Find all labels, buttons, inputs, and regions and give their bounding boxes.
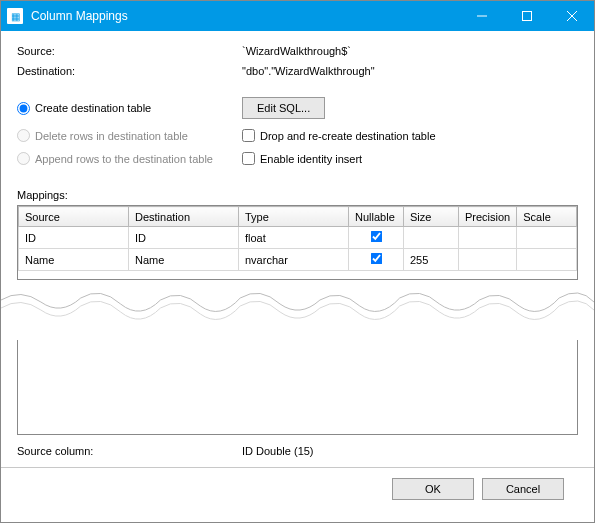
source-label: Source: bbox=[17, 45, 242, 57]
source-column-value: ID Double (15) bbox=[242, 445, 314, 457]
cell-scale[interactable] bbox=[517, 249, 577, 271]
edit-sql-button[interactable]: Edit SQL... bbox=[242, 97, 325, 119]
cell-destination[interactable]: Name bbox=[129, 249, 239, 271]
col-size[interactable]: Size bbox=[404, 207, 459, 227]
cell-source[interactable]: ID bbox=[19, 227, 129, 249]
window-title: Column Mappings bbox=[31, 9, 459, 23]
delete-rows-radio: Delete rows in destination table bbox=[17, 129, 242, 142]
cell-size[interactable] bbox=[404, 227, 459, 249]
cell-type[interactable]: nvarchar bbox=[239, 249, 349, 271]
identity-insert-checkbox[interactable]: Enable identity insert bbox=[242, 152, 362, 165]
cell-size[interactable]: 255 bbox=[404, 249, 459, 271]
lower-panel bbox=[17, 334, 578, 435]
col-nullable[interactable]: Nullable bbox=[349, 207, 404, 227]
mappings-label: Mappings: bbox=[17, 189, 578, 201]
create-table-radio-input[interactable] bbox=[17, 102, 30, 115]
cancel-button[interactable]: Cancel bbox=[482, 478, 564, 500]
svg-rect-1 bbox=[522, 12, 531, 21]
close-button[interactable] bbox=[549, 1, 594, 31]
nullable-checkbox[interactable] bbox=[370, 231, 382, 243]
append-rows-radio: Append rows to the destination table bbox=[17, 152, 242, 165]
col-scale[interactable]: Scale bbox=[517, 207, 577, 227]
delete-rows-radio-input bbox=[17, 129, 30, 142]
titlebar: ▦ Column Mappings bbox=[1, 1, 594, 31]
col-source[interactable]: Source bbox=[19, 207, 129, 227]
source-column-label: Source column: bbox=[17, 445, 242, 457]
maximize-button[interactable] bbox=[504, 1, 549, 31]
app-icon: ▦ bbox=[7, 8, 23, 24]
mappings-grid[interactable]: Source Destination Type Nullable Size Pr… bbox=[17, 205, 578, 280]
destination-label: Destination: bbox=[17, 65, 242, 77]
ok-button[interactable]: OK bbox=[392, 478, 474, 500]
content-area: Source: `WizardWalkthrough$` Destination… bbox=[1, 31, 594, 522]
cell-type[interactable]: float bbox=[239, 227, 349, 249]
minimize-button[interactable] bbox=[459, 1, 504, 31]
cell-precision[interactable] bbox=[459, 249, 517, 271]
drop-recreate-checkbox[interactable]: Drop and re-create destination table bbox=[242, 129, 436, 142]
source-value: `WizardWalkthrough$` bbox=[242, 45, 578, 57]
table-row[interactable]: IDIDfloat bbox=[19, 227, 577, 249]
col-type[interactable]: Type bbox=[239, 207, 349, 227]
torn-edge-decoration bbox=[1, 280, 594, 340]
nullable-checkbox[interactable] bbox=[370, 253, 382, 265]
identity-insert-checkbox-input[interactable] bbox=[242, 152, 255, 165]
dialog-window: ▦ Column Mappings Source: `WizardWalkthr… bbox=[0, 0, 595, 523]
cell-scale[interactable] bbox=[517, 227, 577, 249]
cell-destination[interactable]: ID bbox=[129, 227, 239, 249]
cell-nullable[interactable] bbox=[349, 227, 404, 249]
cell-nullable[interactable] bbox=[349, 249, 404, 271]
col-destination[interactable]: Destination bbox=[129, 207, 239, 227]
table-row[interactable]: NameNamenvarchar255 bbox=[19, 249, 577, 271]
destination-value: "dbo"."WizardWalkthrough" bbox=[242, 65, 578, 77]
col-precision[interactable]: Precision bbox=[459, 207, 517, 227]
drop-recreate-checkbox-input[interactable] bbox=[242, 129, 255, 142]
append-rows-radio-input bbox=[17, 152, 30, 165]
cell-precision[interactable] bbox=[459, 227, 517, 249]
cell-source[interactable]: Name bbox=[19, 249, 129, 271]
create-table-radio[interactable]: Create destination table bbox=[17, 102, 242, 115]
